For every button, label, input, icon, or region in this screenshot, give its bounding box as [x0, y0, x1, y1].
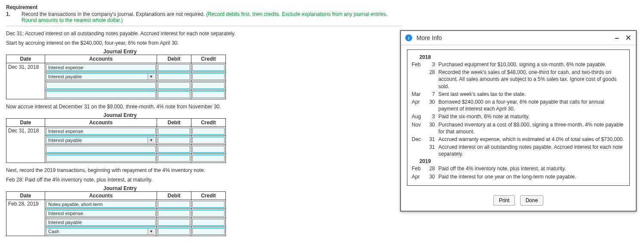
info-row: 31Accrued interest on all outstanding no… — [412, 144, 625, 157]
je3-account-0[interactable]: Notes payable, short-term — [46, 201, 156, 208]
print-button[interactable]: Print — [493, 195, 515, 206]
instruction-line-4b: Feb 28: Paid off the 4% inventory note, … — [6, 177, 402, 183]
info-desc: Accrued warranty expense, which is estim… — [438, 136, 625, 143]
year-2019: 2019 — [412, 158, 625, 164]
info-mon: Dec — [412, 136, 424, 143]
je2-account-2[interactable] — [46, 146, 156, 153]
je2-account-3[interactable] — [46, 155, 156, 162]
info-row: Feb3Purchased equipment for $10,000, sig… — [412, 61, 625, 68]
je3-debit-3[interactable] — [158, 228, 190, 235]
col-credit: Credit — [191, 55, 226, 63]
info-day: 3 — [427, 61, 435, 68]
info-day: 31 — [427, 144, 435, 157]
je1-account-2[interactable] — [46, 82, 156, 89]
info-desc: Paid the interest for one year on the lo… — [438, 173, 625, 180]
info-desc: Purchased equipment for $10,000, signing… — [438, 61, 625, 68]
info-row: Dec31Accrued warranty expense, which is … — [412, 136, 625, 143]
info-day: 28 — [427, 165, 435, 172]
col-date: Date — [6, 192, 45, 200]
info-icon: i — [405, 34, 412, 41]
je2-credit-2[interactable] — [192, 146, 225, 153]
col-credit: Credit — [191, 119, 226, 127]
done-button[interactable]: Done — [520, 195, 544, 206]
info-day: 30 — [427, 98, 435, 112]
info-mon: Apr — [412, 173, 424, 180]
je1-debit-1[interactable] — [158, 73, 190, 80]
info-desc: Purchased inventory at a cost of $9,000,… — [438, 121, 625, 135]
je1-date: Dec 31, 2018 — [6, 63, 45, 99]
info-row: Aug3Paid the six-month, 6% note at matur… — [412, 113, 625, 120]
info-day: 3 — [427, 113, 435, 120]
je2-debit-3[interactable] — [158, 155, 190, 162]
je1-debit-3[interactable] — [158, 91, 190, 98]
col-date: Date — [6, 55, 45, 63]
info-desc: Recorded the week's sales of $48,000, on… — [438, 69, 625, 90]
info-row: Apr30Borrowed $240,000 on a four-year, 6… — [412, 98, 625, 112]
journal-table-2: Date Accounts Debit Credit Dec 31, 2018 … — [6, 118, 226, 163]
je3-debit-0[interactable] — [158, 201, 190, 208]
je1-debit-0[interactable] — [158, 64, 190, 71]
je2-date: Dec 31, 2018 — [6, 127, 45, 163]
instruction-line-4a: Next, record the 2019 transactions, begi… — [6, 167, 402, 173]
je1-debit-2[interactable] — [158, 82, 190, 89]
je2-credit-1[interactable] — [192, 137, 225, 144]
info-desc: Paid the six-month, 6% note at maturity. — [438, 113, 625, 120]
je1-credit-0[interactable] — [192, 64, 225, 71]
info-row: Apr30Paid the interest for one year on t… — [412, 173, 625, 180]
je1-account-1[interactable]: Interest payable — [46, 73, 156, 80]
info-desc: Paid off the 4% inventory note, plus int… — [438, 165, 625, 172]
info-row: 28Recorded the week's sales of $48,000, … — [412, 69, 625, 90]
info-desc: Borrowed $240,000 on a four-year, 6% not… — [438, 98, 625, 112]
info-mon: Mar — [412, 91, 424, 98]
close-icon[interactable]: ✕ — [625, 35, 632, 41]
info-mon: Feb — [412, 61, 424, 68]
je2-debit-1[interactable] — [158, 137, 190, 144]
info-day: 28 — [427, 69, 435, 90]
requirement-text: Record the transactions in the company's… — [22, 11, 402, 23]
info-mon: Nov — [412, 121, 424, 135]
instruction-line-3: Now accrue interest at December 31 on th… — [6, 104, 402, 110]
je1-credit-3[interactable] — [192, 91, 225, 98]
je3-debit-2[interactable] — [158, 219, 190, 226]
info-box: 2018 Feb3Purchased equipment for $10,000… — [407, 49, 630, 186]
info-day: 7 — [427, 91, 435, 98]
info-day: 30 — [427, 173, 435, 180]
minimize-icon[interactable]: – — [615, 35, 619, 41]
instruction-line-1: Dec 31: Accrued interest on all outstand… — [6, 31, 402, 37]
col-debit: Debit — [157, 119, 191, 127]
instruction-line-2: Start by accruing interest on the $240,0… — [6, 40, 402, 46]
je1-credit-1[interactable] — [192, 73, 225, 80]
requirement-number: 1. — [6, 11, 11, 23]
je2-account-1[interactable]: Interest payable — [46, 137, 156, 144]
je3-debit-1[interactable] — [158, 210, 190, 217]
je3-credit-0[interactable] — [192, 201, 225, 208]
info-row: Feb28Paid off the 4% inventory note, plu… — [412, 165, 625, 172]
je3-account-3[interactable]: Cash — [46, 228, 156, 235]
je3-credit-3[interactable] — [192, 228, 225, 235]
je2-debit-2[interactable] — [158, 146, 190, 153]
je1-credit-2[interactable] — [192, 82, 225, 89]
info-mon — [412, 144, 424, 157]
info-desc: Sent last week's sales tax to the state. — [438, 91, 625, 98]
je3-account-1[interactable]: Interest expense — [46, 210, 156, 217]
dialog-header: i More Info – ✕ — [401, 31, 636, 45]
je2-debit-0[interactable] — [158, 128, 190, 135]
je1-account-0[interactable]: Interest expense — [46, 64, 156, 71]
je3-credit-2[interactable] — [192, 219, 225, 226]
dialog-title: More Info — [416, 34, 442, 41]
je2-account-0[interactable]: Interest expense — [46, 128, 156, 135]
je3-credit-1[interactable] — [192, 210, 225, 217]
info-row: Mar7Sent last week's sales tax to the st… — [412, 91, 625, 98]
year-2018: 2018 — [412, 54, 625, 60]
info-mon: Feb — [412, 165, 424, 172]
je2-credit-0[interactable] — [192, 128, 225, 135]
je2-credit-3[interactable] — [192, 155, 225, 162]
je3-date: Feb 28, 2019 — [6, 200, 45, 236]
journal-table-1: Date Accounts Debit Credit Dec 31, 2018 … — [6, 55, 226, 99]
journal-table-3: Date Accounts Debit Credit Feb 28, 2019 … — [6, 191, 226, 236]
je3-account-2[interactable]: Interest payable — [46, 219, 156, 226]
more-info-dialog: i More Info – ✕ 2018 Feb3Purchased equip… — [400, 30, 637, 212]
je1-account-3[interactable] — [46, 91, 156, 98]
col-date: Date — [6, 119, 45, 127]
journal-entry-caption-2: Journal Entry — [6, 112, 234, 118]
